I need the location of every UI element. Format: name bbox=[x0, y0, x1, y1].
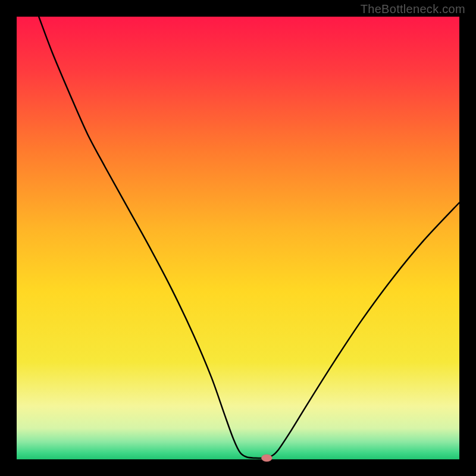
minimum-marker bbox=[261, 455, 272, 462]
watermark-text: TheBottleneck.com bbox=[361, 2, 465, 16]
plot-background bbox=[17, 17, 459, 459]
chart-container bbox=[0, 0, 476, 476]
bottleneck-chart-svg bbox=[0, 0, 476, 476]
